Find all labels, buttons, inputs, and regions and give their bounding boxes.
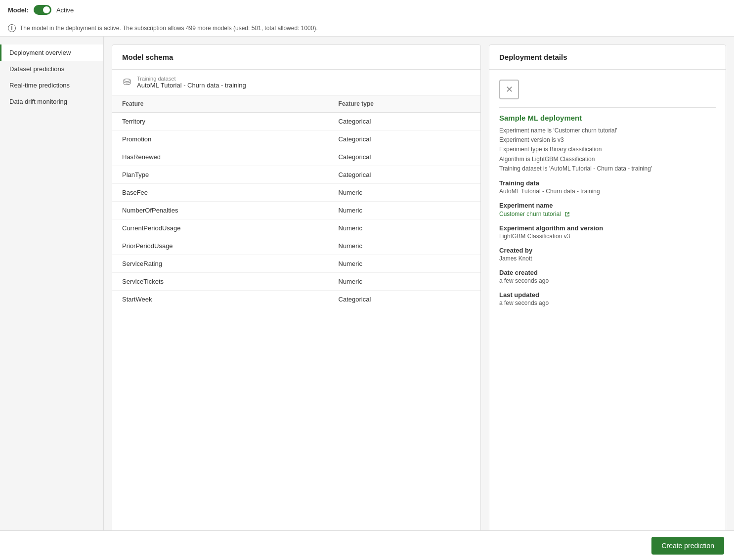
- date-created-section: Date created a few seconds ago: [499, 269, 716, 284]
- feature-type-cell: Numeric: [329, 202, 480, 219]
- feature-cell: ServiceRating: [112, 255, 329, 273]
- deployment-description: Experiment name is 'Customer churn tutor…: [499, 126, 716, 173]
- created-by-label: Created by: [499, 247, 716, 254]
- sidebar-item-deployment-overview[interactable]: Deployment overview: [0, 44, 103, 61]
- table-row: Promotion Categorical: [112, 130, 480, 148]
- last-updated-section: Last updated a few seconds ago: [499, 291, 716, 306]
- feature-type-cell: Categorical: [329, 130, 480, 148]
- top-bar: Model: Active: [0, 0, 734, 20]
- created-by-section: Created by James Knott: [499, 247, 716, 262]
- main-layout: Deployment overview Dataset predictions …: [0, 37, 734, 560]
- training-dataset-info: Training dataset AutoML Tutorial - Churn…: [137, 76, 246, 89]
- details-divider: [499, 107, 716, 108]
- algorithm-label: Experiment algorithm and version: [499, 224, 716, 232]
- table-row: StartWeek Categorical: [112, 291, 480, 308]
- info-message: The model in the deployment is active. T…: [20, 25, 318, 32]
- details-panel-title: Deployment details: [489, 45, 726, 70]
- sidebar-item-dataset-predictions[interactable]: Dataset predictions: [0, 61, 103, 77]
- date-created-label: Date created: [499, 269, 716, 276]
- experiment-name-section: Experiment name Customer churn tutorial: [499, 202, 716, 217]
- table-row: ServiceTickets Numeric: [112, 273, 480, 291]
- last-updated-label: Last updated: [499, 291, 716, 299]
- feature-type-cell: Numeric: [329, 184, 480, 202]
- desc-line: Algorithm is LightGBM Classification: [499, 155, 716, 164]
- training-dataset-bar: Training dataset AutoML Tutorial - Churn…: [112, 70, 480, 95]
- feature-type-cell: Numeric: [329, 273, 480, 291]
- feature-cell: StartWeek: [112, 291, 329, 308]
- feature-type-column-header: Feature type: [329, 95, 480, 113]
- schema-panel: Model schema Training dataset AutoML Tut…: [112, 44, 481, 553]
- training-data-value: AutoML Tutorial - Churn data - training: [499, 188, 716, 195]
- feature-type-cell: Numeric: [329, 255, 480, 273]
- model-icon-row: ✕: [499, 80, 716, 99]
- feature-cell: PlanType: [112, 166, 329, 184]
- feature-type-cell: Numeric: [329, 237, 480, 255]
- created-by-value: James Knott: [499, 255, 716, 262]
- feature-cell: Territory: [112, 113, 329, 130]
- table-row: ServiceRating Numeric: [112, 255, 480, 273]
- details-panel-body: ✕ Sample ML deployment Experiment name i…: [489, 70, 726, 323]
- date-created-value: a few seconds ago: [499, 277, 716, 284]
- database-icon: [122, 78, 132, 87]
- schema-table: Feature Feature type Territory Categoric…: [112, 95, 480, 308]
- deployment-name: Sample ML deployment: [499, 114, 716, 122]
- desc-line: Experiment version is v3: [499, 135, 716, 145]
- training-dataset-name: AutoML Tutorial - Churn data - training: [137, 82, 246, 89]
- sidebar: Deployment overview Dataset predictions …: [0, 37, 104, 560]
- info-bar: i The model in the deployment is active.…: [0, 20, 734, 37]
- feature-type-cell: Categorical: [329, 113, 480, 130]
- model-label: Model:: [8, 6, 29, 14]
- schema-table-header-row: Feature Feature type: [112, 95, 480, 113]
- schema-panel-title: Model schema: [112, 45, 480, 70]
- info-icon: i: [8, 24, 16, 32]
- model-x-icon: ✕: [506, 84, 513, 95]
- feature-cell: PriorPeriodUsage: [112, 237, 329, 255]
- desc-line: Experiment name is 'Customer churn tutor…: [499, 126, 716, 135]
- feature-cell: BaseFee: [112, 184, 329, 202]
- table-row: PriorPeriodUsage Numeric: [112, 237, 480, 255]
- table-row: NumberOfPenalties Numeric: [112, 202, 480, 219]
- table-row: CurrentPeriodUsage Numeric: [112, 219, 480, 237]
- content-area: Model schema Training dataset AutoML Tut…: [104, 37, 734, 560]
- svg-point-0: [124, 79, 130, 81]
- feature-type-cell: Categorical: [329, 166, 480, 184]
- feature-type-cell: Categorical: [329, 291, 480, 308]
- training-data-section: Training data AutoML Tutorial - Churn da…: [499, 179, 716, 195]
- sidebar-item-data-drift[interactable]: Data drift monitoring: [0, 93, 103, 110]
- bottom-bar: Create prediction: [0, 530, 734, 560]
- feature-cell: NumberOfPenalties: [112, 202, 329, 219]
- feature-column-header: Feature: [112, 95, 329, 113]
- create-prediction-button[interactable]: Create prediction: [651, 537, 724, 555]
- training-data-label: Training data: [499, 179, 716, 187]
- table-row: Territory Categorical: [112, 113, 480, 130]
- last-updated-value: a few seconds ago: [499, 300, 716, 306]
- feature-cell: ServiceTickets: [112, 273, 329, 291]
- experiment-external-link-icon: [564, 212, 570, 217]
- details-panel: Deployment details ✕ Sample ML deploymen…: [489, 44, 726, 553]
- feature-cell: Promotion: [112, 130, 329, 148]
- feature-type-cell: Categorical: [329, 148, 480, 166]
- experiment-name-value: Customer churn tutorial: [499, 210, 716, 217]
- model-icon-box: ✕: [499, 80, 519, 99]
- training-dataset-label: Training dataset: [137, 76, 246, 82]
- model-status: Active: [56, 6, 74, 14]
- experiment-name-link[interactable]: Customer churn tutorial: [499, 211, 561, 217]
- sidebar-item-realtime-predictions[interactable]: Real-time predictions: [0, 77, 103, 93]
- algorithm-section: Experiment algorithm and version LightGB…: [499, 224, 716, 240]
- table-row: HasRenewed Categorical: [112, 148, 480, 166]
- experiment-name-label: Experiment name: [499, 202, 716, 209]
- model-toggle[interactable]: [34, 5, 51, 15]
- table-row: PlanType Categorical: [112, 166, 480, 184]
- algorithm-value: LightGBM Classification v3: [499, 233, 716, 240]
- feature-cell: HasRenewed: [112, 148, 329, 166]
- desc-line: Training dataset is 'AutoML Tutorial - C…: [499, 164, 716, 173]
- feature-cell: CurrentPeriodUsage: [112, 219, 329, 237]
- desc-line: Experiment type is Binary classification: [499, 145, 716, 154]
- feature-type-cell: Numeric: [329, 219, 480, 237]
- table-row: BaseFee Numeric: [112, 184, 480, 202]
- sidebar-nav: Deployment overview Dataset predictions …: [0, 44, 103, 110]
